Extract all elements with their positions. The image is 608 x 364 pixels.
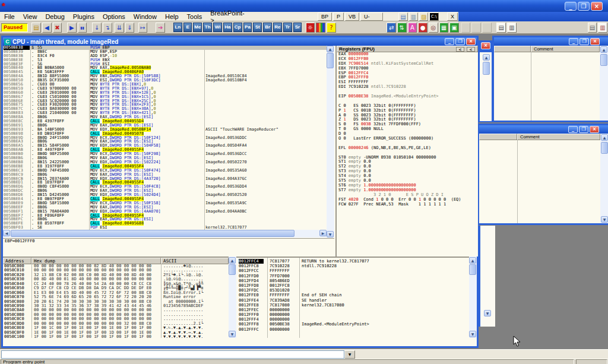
disasm-row[interactable]: 0050BE8C.E8 4397F8FFCALL ImageRed.004955… — [3, 119, 327, 124]
resize-grip[interactable] — [486, 318, 492, 324]
disasm-row[interactable]: 0050BEC3.8B0D 74F45000MOV ECX,DWORD PTR … — [3, 169, 327, 173]
info-pane[interactable]: EBP=0012FFF0 — [3, 238, 334, 257]
command-dropdown-button[interactable]: ▼ — [344, 350, 355, 359]
close-button[interactable]: × — [591, 2, 603, 11]
comment-window-2[interactable]: _ ❐ × Comment ▲ ▼ — [477, 124, 608, 225]
restart-icon[interactable]: ✖ — [53, 23, 62, 33]
scroll-up-icon[interactable]: ▲ — [483, 54, 490, 61]
toolbar-window-button-br[interactable]: Br — [263, 23, 272, 32]
stack-row[interactable]: 0012FFF400000000 — [236, 317, 469, 322]
notes-icon[interactable]: ▤ — [398, 12, 407, 21]
disassembly-pane[interactable]: 0050BE38$55PUSH EBP0050BE39.8BECMOV EBP,… — [3, 46, 327, 230]
comment-window-1[interactable]: _ ❐ × Comment ▲ — [492, 36, 608, 122]
registers-pane[interactable]: Registers (FPU) < < EAX 00000000ECX 0012… — [335, 46, 478, 257]
close-button[interactable]: × — [590, 126, 599, 133]
scroll-down-icon[interactable]: ▼ — [484, 310, 491, 316]
scroll-up-icon[interactable]: ▲ — [327, 46, 334, 52]
dump-row[interactable]: 0050C1001F 00 1F 00 1F 00 1F 00 1F 00 1F… — [3, 335, 229, 338]
close-button[interactable]: × — [466, 38, 476, 45]
comment-window-2-titlebar[interactable]: _ ❐ × — [479, 125, 608, 134]
scroll-up-icon[interactable]: ▲ — [469, 257, 476, 264]
grid-icon[interactable]: ▦ — [439, 23, 449, 33]
disasm-row[interactable]: 0050BEFE.E8 8597F8FFCALL ImageRed.004956… — [3, 221, 327, 226]
stack-row[interactable]: 0012FFE87C817080kernel32.7C817080 — [236, 303, 469, 308]
step-into-icon[interactable]: ↓ — [92, 23, 102, 33]
appearance-colors-icon[interactable] — [316, 23, 325, 33]
stack-row[interactable]: 0012FFC47C817077RETURN to kernel32.7C817… — [236, 259, 469, 264]
menu-item-tools[interactable]: Tools — [183, 12, 207, 21]
window-titlebar[interactable]: * _ ❐ × — [0, 0, 608, 12]
disasm-row[interactable]: 0050BEE9.8B0D 58F15000MOV ECX,DWORD PTR … — [3, 201, 327, 205]
disasm-row[interactable]: 0050BE38$55PUSH EBP — [3, 46, 327, 50]
swap-arrows-icon[interactable]: ⇄ — [387, 23, 396, 33]
hidden-window-close-button[interactable]: × — [481, 42, 490, 49]
register-line[interactable]: EDI 7C910228 ntdll.7C910228 — [337, 85, 478, 90]
hex-dump-pane[interactable]: Address Hex dump ASCII 0050C00000 00 00 … — [3, 257, 229, 338]
toolbar-blank-button[interactable] — [471, 23, 481, 33]
column-header-blank[interactable] — [494, 46, 531, 52]
vertical-scrollbar[interactable]: ▲ — [600, 46, 608, 121]
stack-vscrollbar[interactable]: ▲ ▼ — [469, 257, 477, 338]
dump-vscrollbar[interactable]: ▲ ▼ — [229, 257, 236, 338]
folder-icon[interactable]: ▨ — [419, 12, 428, 21]
registers-next-button[interactable]: < — [467, 47, 475, 52]
toolbar-window-button-th[interactable]: Th — [203, 23, 212, 32]
toolbar-window-button-me[interactable]: Me — [193, 23, 202, 32]
stack-row[interactable]: 0012FFEC00000000 — [236, 308, 469, 312]
go-back-icon[interactable]: ◀ — [42, 23, 52, 33]
scrollbar-thumb[interactable] — [600, 54, 607, 66]
scroll-right-icon[interactable]: ▶ — [319, 230, 327, 236]
scrollbar-thumb[interactable] — [229, 264, 236, 275]
close-button[interactable]: × — [590, 38, 600, 45]
stack-row[interactable]: 0012FFD80012FFC8 — [236, 283, 469, 288]
animate-over-icon[interactable]: ⇓ — [125, 23, 135, 33]
minimize-button[interactable]: _ — [569, 38, 578, 45]
stack-row[interactable]: 0012FFC87C910228ntdll.7C910228 — [236, 264, 469, 268]
menu-item-window[interactable]: Window — [129, 12, 161, 21]
scrollbar-thumb[interactable] — [11, 230, 294, 237]
disasm-row[interactable]: 0050BF03.5EPOP ESIkernel32.7C817077 — [3, 226, 327, 230]
minimize-button[interactable]: _ — [565, 2, 577, 11]
toolbar-window-button-ln[interactable]: Ln — [173, 23, 182, 32]
disasm-row[interactable]: 0050BE83.C683 21040000 00MOV BYTE PTR DS… — [3, 111, 327, 115]
stack-row[interactable]: 0012FFFC00000000 — [236, 327, 469, 332]
info-icon[interactable]: ▥ — [409, 12, 418, 21]
stack-row[interactable]: 0012FFF80050BE38ImageRed.<ModuleEntryPoi… — [236, 322, 469, 327]
scroll-up-icon[interactable]: ▲ — [600, 46, 607, 53]
menu-item-file[interactable]: File — [0, 12, 19, 21]
restore-button[interactable]: ❐ — [580, 38, 589, 45]
toolbar-window-button-tr[interactable]: Tr — [283, 23, 292, 32]
disassembly-hscrollbar[interactable]: ◀ ▶ — [3, 230, 327, 238]
log-list-icon[interactable]: ▤ — [496, 23, 506, 33]
register-line[interactable]: EFL 00000246 (NO,NB,E,BE,NS,PE,GE,LE) — [337, 146, 478, 151]
registers-prev-button[interactable]: < — [456, 47, 464, 52]
animate-into-icon[interactable]: ⇊ — [115, 23, 124, 33]
record-icon[interactable]: ● — [418, 23, 428, 33]
restore-button[interactable]: ❐ — [455, 38, 465, 45]
scroll-left-icon[interactable]: ◀ — [3, 230, 10, 236]
window-icon[interactable]: ▣ — [449, 23, 459, 33]
register-line[interactable]: EIP 0050BE38 ImageRed.<ModuleEntryPoint> — [337, 94, 478, 99]
scroll-down-icon[interactable]: ▼ — [469, 331, 476, 337]
report-page-icon[interactable]: ▤ — [588, 23, 597, 33]
register-line[interactable]: T 0 GS 0000 NULL — [337, 127, 478, 132]
toolbar-window-button-cp[interactable]: Cp — [233, 23, 242, 32]
menu-item-options[interactable]: Options — [99, 12, 129, 21]
column-header-blank[interactable] — [479, 134, 517, 140]
log-page-icon[interactable]: ▥ — [507, 23, 517, 33]
run-icon[interactable]: ▶ — [67, 23, 77, 33]
toolbar-window-button-wi[interactable]: Wi — [213, 23, 222, 32]
highlight-icon[interactable]: A — [408, 23, 417, 33]
scroll-down-icon[interactable]: ▼ — [229, 331, 236, 337]
open-file-icon[interactable]: ▤ — [31, 23, 41, 33]
options-gear-icon[interactable]: ☼ — [306, 23, 315, 33]
toolbar-window-button-st[interactable]: St — [253, 23, 262, 32]
scroll-down-icon[interactable]: ▼ — [327, 231, 334, 238]
cpu-window[interactable]: C CPU - main thread, module ImageRed _ ❐… — [1, 36, 479, 348]
scrollbar-thumb[interactable] — [327, 53, 334, 68]
register-line[interactable]: FCW 027F Prec NEAR,53 Mask 1 1 1 1 1 1 — [337, 202, 478, 207]
toolbar-window-button-pa[interactable]: Pa — [243, 23, 252, 32]
minimize-button[interactable]: _ — [568, 126, 578, 133]
scroll-up-icon[interactable]: ▲ — [229, 257, 236, 264]
menu-button-p[interactable]: P — [333, 12, 344, 21]
